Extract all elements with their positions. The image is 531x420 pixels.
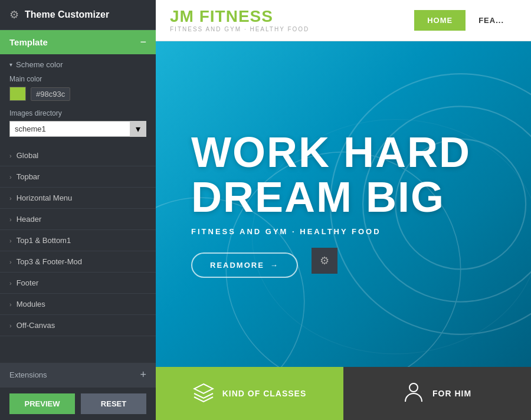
nav-home-button[interactable]: HOME (414, 10, 466, 31)
images-directory-select[interactable]: scheme1 scheme2 scheme3 (9, 121, 146, 137)
sidebar-item-label: Top1 & Bottom1 (17, 236, 71, 245)
sidebar-item-label: Topbar (17, 172, 40, 181)
sidebar-item-topbar[interactable]: › Topbar (0, 166, 156, 188)
hero-title-line2: DREAM BIG (191, 175, 496, 220)
color-field: #98c93c (9, 87, 146, 101)
chevron-down-icon: ▾ (9, 61, 12, 68)
sidebar-item-footer[interactable]: › Footer (0, 273, 156, 294)
sidebar-item-label: Horizontal Menu (17, 193, 73, 202)
hero-content: WORK HARD DREAM BIG FITNESS AND GYM · HE… (191, 130, 496, 277)
sidebar-item-label: Footer (17, 278, 39, 287)
gear-icon: ⚙ (9, 8, 19, 21)
site-header: JM FITNESS FITNESS AND GYM · HEALTHY FOO… (156, 0, 531, 41)
preview-button[interactable]: PREVIEW (9, 393, 75, 414)
chevron-right-icon: › (9, 237, 12, 244)
chevron-right-icon: › (9, 258, 12, 265)
sidebar-title: Theme Customizer (25, 9, 109, 20)
images-directory-wrapper: scheme1 scheme2 scheme3 ▾ (9, 121, 146, 137)
layers-icon (193, 382, 214, 406)
sidebar: ⚙ Theme Customizer Template − ▾ Scheme c… (0, 0, 156, 420)
template-collapse-button[interactable]: − (140, 36, 146, 48)
scheme-color-label: Scheme color (16, 60, 63, 69)
extensions-label: Extensions (9, 370, 47, 379)
scheme-section: ▾ Scheme color Main color #98c93c Images… (0, 54, 156, 145)
footer-bar: KIND OF CLASSES FOR HIM (156, 367, 531, 420)
sidebar-item-label: Top3 & Footer-Mod (17, 257, 82, 266)
sidebar-item-horizontal-menu[interactable]: › Horizontal Menu (0, 188, 156, 209)
color-value: #98c93c (31, 87, 70, 101)
sidebar-item-label: Off-Canvas (17, 321, 55, 330)
sidebar-item-label: Global (17, 151, 39, 160)
nav-features-button[interactable]: FEA... (466, 10, 517, 31)
sidebar-item-top1-bottom1[interactable]: › Top1 & Bottom1 (0, 230, 156, 251)
main-color-label: Main color (9, 75, 146, 83)
scheme-color-toggle[interactable]: ▾ Scheme color (9, 60, 146, 69)
arrow-right-icon: → (270, 261, 279, 270)
hero-subtitle: FITNESS AND GYM · HEALTHY FOOD (191, 227, 496, 236)
sidebar-item-header[interactable]: › Header (0, 209, 156, 230)
person-icon (403, 382, 424, 406)
site-nav-buttons: HOME FEA... (414, 10, 517, 31)
nav-items-list: › Global › Topbar › Horizontal Menu › He… (0, 145, 156, 363)
logo-area: JM FITNESS FITNESS AND GYM · HEALTHY FOO… (170, 8, 309, 32)
footer-item-forhim[interactable]: FOR HIM (343, 367, 531, 420)
reset-button[interactable]: RESET (81, 393, 146, 414)
extensions-add-button[interactable]: + (140, 369, 146, 381)
footer-item-classes-label: KIND OF CLASSES (222, 389, 307, 398)
chevron-right-icon: › (9, 216, 12, 223)
readmore-label: READMORE (210, 261, 264, 270)
chevron-right-icon: › (9, 173, 12, 181)
sidebar-item-global[interactable]: › Global (0, 145, 156, 166)
chevron-right-icon: › (9, 301, 12, 308)
color-swatch[interactable] (9, 87, 26, 101)
sidebar-item-top3-footer[interactable]: › Top3 & Footer-Mod (0, 251, 156, 273)
template-section: Template − (0, 30, 156, 54)
sidebar-item-label: Header (17, 215, 42, 224)
settings-fab-button[interactable]: ⚙ (312, 248, 337, 274)
logo-subtitle: FITNESS AND GYM · HEALTHY FOOD (170, 26, 309, 32)
sidebar-item-label: Modules (17, 300, 45, 309)
gear-fab-icon: ⚙ (320, 254, 329, 267)
chevron-right-icon: › (9, 280, 12, 287)
svg-point-6 (409, 383, 418, 392)
chevron-right-icon: › (9, 152, 12, 159)
chevron-right-icon: › (9, 322, 12, 329)
main-content: ⚙ JM FITNESS FITNESS AND GYM · HEALTHY F… (156, 0, 531, 420)
hero-section: WORK HARD DREAM BIG FITNESS AND GYM · HE… (156, 41, 531, 367)
sidebar-item-modules[interactable]: › Modules (0, 294, 156, 315)
logo-title: JM FITNESS (170, 8, 309, 25)
chevron-right-icon: › (9, 195, 12, 202)
footer-item-forhim-label: FOR HIM (432, 389, 471, 398)
template-label: Template (9, 37, 48, 47)
images-directory-label: Images directory (9, 109, 146, 117)
hero-readmore-button[interactable]: READMORE → (191, 252, 298, 278)
hero-title-line1: WORK HARD (191, 130, 496, 175)
extensions-bar: Extensions + (0, 363, 156, 387)
bottom-buttons: PREVIEW RESET (0, 387, 156, 420)
footer-item-classes[interactable]: KIND OF CLASSES (156, 367, 343, 420)
sidebar-item-off-canvas[interactable]: › Off-Canvas (0, 315, 156, 336)
sidebar-header: ⚙ Theme Customizer (0, 0, 156, 30)
